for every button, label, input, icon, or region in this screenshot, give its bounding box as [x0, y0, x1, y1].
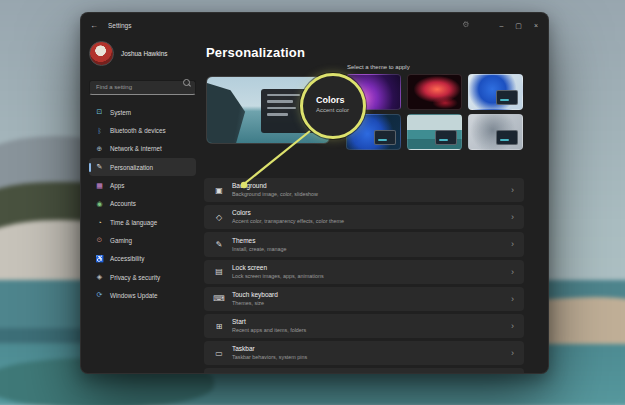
- settings-row-title: Taskbar: [232, 345, 505, 353]
- settings-row-themes[interactable]: ✎ThemesInstall, create, manage›: [204, 232, 524, 256]
- theme-window-card: [435, 130, 457, 145]
- settings-row-touch-keyboard[interactable]: ⌨Touch keyboardThemes, size›: [204, 287, 524, 311]
- minimize-button[interactable]: –: [499, 22, 503, 29]
- chevron-right-icon: ›: [511, 267, 514, 277]
- sidebar-item-label: Gaming: [110, 237, 132, 244]
- callout-subtitle: Accent color: [316, 107, 363, 113]
- start-icon: ⊞: [213, 322, 225, 331]
- accounts-icon: ◉: [95, 200, 104, 208]
- theme-teal-landscape[interactable]: [407, 114, 462, 150]
- back-icon[interactable]: ←: [90, 21, 104, 30]
- settings-row-text: StartRecent apps and items, folders: [232, 318, 505, 334]
- settings-window: ← Settings ⚙ – ▢ × Joshua Hawkins ⊡Syste…: [80, 12, 549, 374]
- colors-callout-circle: Colors Accent color: [300, 73, 366, 139]
- sidebar-item-label: Network & internet: [110, 145, 162, 152]
- settings-row-colors[interactable]: ◇ColorsAccent color, transparency effect…: [204, 205, 524, 229]
- search-icon: [183, 79, 190, 86]
- sidebar-item-label: Bluetooth & devices: [110, 127, 166, 134]
- chevron-right-icon: ›: [511, 321, 514, 331]
- windows-update-icon: ⟳: [95, 291, 104, 299]
- settings-row-title: Fonts: [232, 372, 505, 374]
- sidebar-item-system[interactable]: ⊡System: [89, 104, 196, 122]
- settings-row-subtitle: Install, create, manage: [232, 246, 505, 253]
- titlebar[interactable]: ← Settings ⚙ – ▢ ×: [81, 13, 548, 37]
- sidebar-item-time-language[interactable]: ◔Time & language: [89, 213, 196, 231]
- search-input[interactable]: [89, 80, 196, 95]
- touch-keyboard-icon: ⌨: [213, 294, 225, 303]
- callout-title: Colors: [316, 95, 363, 105]
- sidebar-item-label: Privacy & security: [110, 274, 160, 281]
- user-name: Joshua Hawkins: [121, 50, 168, 57]
- user-account[interactable]: Joshua Hawkins: [89, 41, 196, 66]
- sidebar-item-apps[interactable]: ▦Apps: [89, 177, 196, 195]
- sidebar-item-network-internet[interactable]: ⊕Network & internet: [89, 140, 196, 158]
- theme-picker: Select a theme to apply: [346, 64, 523, 174]
- settings-row-title: Lock screen: [232, 264, 505, 272]
- settings-row-text: ThemesInstall, create, manage: [232, 237, 505, 253]
- settings-row-subtitle: Background image, color, slideshow: [232, 191, 505, 198]
- time-language-icon: ◔: [95, 219, 104, 226]
- settings-row-title: Background: [232, 182, 505, 190]
- sidebar-item-bluetooth-devices[interactable]: ᛒBluetooth & devices: [89, 122, 196, 140]
- apps-icon: ▦: [95, 182, 104, 190]
- settings-row-text: BackgroundBackground image, color, slide…: [232, 182, 505, 198]
- accessibility-icon: ♿: [95, 255, 104, 263]
- sidebar-item-accounts[interactable]: ◉Accounts: [89, 195, 196, 213]
- sidebar-item-gaming[interactable]: ⊙Gaming: [89, 232, 196, 250]
- settings-row-taskbar[interactable]: ▭TaskbarTaskbar behaviors, system pins›: [204, 341, 524, 365]
- taskbar-icon: ▭: [213, 349, 225, 358]
- privacy-security-icon: ◈: [95, 273, 104, 281]
- sidebar-item-label: Accounts: [110, 200, 136, 207]
- sidebar-item-label: Windows Update: [110, 292, 158, 299]
- sidebar-item-label: Accessibility: [110, 255, 144, 262]
- sidebar-item-windows-update[interactable]: ⟳Windows Update: [89, 286, 196, 304]
- sidebar-item-label: Personalization: [110, 164, 153, 171]
- settings-row-background[interactable]: ▣BackgroundBackground image, color, slid…: [204, 178, 524, 202]
- theme-window-card: [374, 130, 396, 145]
- settings-row-fonts[interactable]: ✒FontsInstall, manage›: [204, 368, 524, 374]
- theme-gray-abstract[interactable]: [468, 114, 523, 150]
- colors-icon: ◇: [213, 213, 225, 222]
- maximize-button[interactable]: ▢: [515, 22, 522, 29]
- theme-blue-bloom-light[interactable]: [468, 74, 523, 110]
- chevron-right-icon: ›: [511, 294, 514, 304]
- settings-row-subtitle: Recent apps and items, folders: [232, 327, 505, 334]
- lock-screen-icon: ▤: [213, 267, 225, 276]
- settings-row-title: Start: [232, 318, 505, 326]
- settings-row-text: Lock screenLock screen images, apps, ani…: [232, 264, 505, 280]
- page-title: Personalization: [206, 45, 524, 60]
- settings-row-subtitle: Lock screen images, apps, animations: [232, 273, 505, 280]
- settings-row-text: TaskbarTaskbar behaviors, system pins: [232, 345, 505, 361]
- system-icon: ⊡: [95, 108, 104, 116]
- background-icon: ▣: [213, 186, 225, 195]
- settings-row-text: FontsInstall, manage: [232, 372, 505, 374]
- avatar: [89, 41, 114, 66]
- settings-row-text: ColorsAccent color, transparency effects…: [232, 209, 505, 225]
- gear-icon: ⚙: [462, 21, 469, 29]
- theme-window-card: [496, 90, 518, 105]
- settings-row-start[interactable]: ⊞StartRecent apps and items, folders›: [204, 314, 524, 338]
- settings-row-subtitle: Taskbar behaviors, system pins: [232, 354, 505, 361]
- chevron-right-icon: ›: [511, 239, 514, 249]
- sidebar-item-privacy-security[interactable]: ◈Privacy & security: [89, 268, 196, 286]
- window-controls: ⚙ – ▢ ×: [462, 13, 538, 37]
- chevron-right-icon: ›: [511, 212, 514, 222]
- settings-list: ▣BackgroundBackground image, color, slid…: [204, 178, 524, 374]
- sidebar: Joshua Hawkins ⊡SystemᛒBluetooth & devic…: [81, 37, 201, 373]
- sidebar-item-accessibility[interactable]: ♿Accessibility: [89, 250, 196, 268]
- settings-row-lock-screen[interactable]: ▤Lock screenLock screen images, apps, an…: [204, 260, 524, 284]
- sidebar-item-label: Time & language: [110, 219, 157, 226]
- network-icon: ⊕: [95, 145, 104, 153]
- main-content: Personalization Select a theme to apply: [201, 37, 548, 373]
- sidebar-item-label: Apps: [110, 182, 124, 189]
- settings-row-subtitle: Accent color, transparency effects, colo…: [232, 218, 505, 225]
- theme-grid: [346, 74, 523, 150]
- close-button[interactable]: ×: [534, 22, 538, 29]
- sidebar-item-personalization[interactable]: ✎Personalization: [89, 158, 196, 176]
- themes-icon: ✎: [213, 240, 225, 249]
- chevron-right-icon: ›: [511, 185, 514, 195]
- theme-red-flower[interactable]: [407, 74, 462, 110]
- settings-row-title: Themes: [232, 237, 505, 245]
- sidebar-nav: ⊡SystemᛒBluetooth & devices⊕Network & in…: [89, 104, 196, 305]
- preview-cliff: [207, 83, 263, 143]
